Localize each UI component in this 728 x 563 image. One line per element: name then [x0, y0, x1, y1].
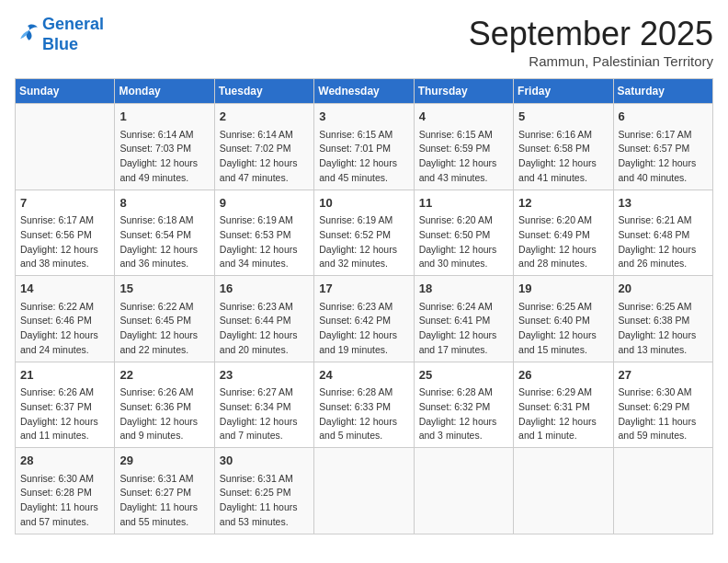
calendar-cell: 27Sunrise: 6:30 AM Sunset: 6:29 PM Dayli…: [613, 362, 712, 448]
day-info: Sunrise: 6:23 AM Sunset: 6:44 PM Dayligh…: [220, 300, 309, 358]
header: General Blue September 2025 Rammun, Pale…: [15, 15, 713, 69]
calendar-cell: 1Sunrise: 6:14 AM Sunset: 7:03 PM Daylig…: [115, 104, 214, 190]
day-info: Sunrise: 6:23 AM Sunset: 6:42 PM Dayligh…: [319, 300, 408, 358]
calendar-row-3: 21Sunrise: 6:26 AM Sunset: 6:37 PM Dayli…: [16, 362, 713, 448]
calendar-cell: 24Sunrise: 6:28 AM Sunset: 6:33 PM Dayli…: [314, 362, 414, 448]
day-info: Sunrise: 6:31 AM Sunset: 6:25 PM Dayligh…: [220, 472, 309, 530]
day-info: Sunrise: 6:20 AM Sunset: 6:49 PM Dayligh…: [518, 213, 608, 271]
day-number: 22: [119, 366, 209, 385]
calendar-cell: 26Sunrise: 6:29 AM Sunset: 6:31 PM Dayli…: [514, 362, 613, 448]
calendar-cell: 29Sunrise: 6:31 AM Sunset: 6:27 PM Dayli…: [115, 448, 214, 534]
calendar-cell: 17Sunrise: 6:23 AM Sunset: 6:42 PM Dayli…: [314, 276, 414, 362]
calendar-cell: 22Sunrise: 6:26 AM Sunset: 6:36 PM Dayli…: [115, 362, 214, 448]
day-number: 15: [119, 280, 209, 298]
day-number: 6: [619, 108, 708, 126]
day-info: Sunrise: 6:18 AM Sunset: 6:54 PM Dayligh…: [119, 213, 209, 271]
day-number: 24: [319, 366, 408, 385]
day-number: 29: [119, 452, 209, 470]
calendar-cell: 28Sunrise: 6:30 AM Sunset: 6:28 PM Dayli…: [16, 448, 115, 534]
day-info: Sunrise: 6:17 AM Sunset: 6:57 PM Dayligh…: [619, 128, 708, 186]
calendar-row-2: 14Sunrise: 6:22 AM Sunset: 6:46 PM Dayli…: [16, 276, 713, 362]
column-header-sunday: Sunday: [16, 79, 115, 104]
day-info: Sunrise: 6:14 AM Sunset: 7:02 PM Dayligh…: [220, 128, 309, 186]
day-number: 10: [319, 194, 408, 213]
day-info: Sunrise: 6:19 AM Sunset: 6:53 PM Dayligh…: [220, 213, 309, 271]
calendar-cell: 25Sunrise: 6:28 AM Sunset: 6:32 PM Dayli…: [414, 362, 513, 448]
calendar-cell: 2Sunrise: 6:14 AM Sunset: 7:02 PM Daylig…: [214, 104, 313, 190]
day-number: 5: [518, 108, 608, 126]
day-info: Sunrise: 6:27 AM Sunset: 6:34 PM Dayligh…: [220, 385, 309, 443]
day-info: Sunrise: 6:28 AM Sunset: 6:32 PM Dayligh…: [419, 385, 508, 443]
day-number: 16: [220, 280, 309, 298]
day-number: 19: [518, 280, 608, 298]
day-number: 9: [220, 194, 309, 213]
day-number: 4: [419, 108, 508, 126]
day-number: 18: [419, 280, 508, 298]
calendar-cell: 14Sunrise: 6:22 AM Sunset: 6:46 PM Dayli…: [16, 276, 115, 362]
day-info: Sunrise: 6:25 AM Sunset: 6:40 PM Dayligh…: [518, 300, 608, 358]
logo: General Blue: [15, 15, 104, 54]
calendar-header-row: SundayMondayTuesdayWednesdayThursdayFrid…: [16, 79, 713, 104]
day-info: Sunrise: 6:29 AM Sunset: 6:31 PM Dayligh…: [518, 385, 608, 443]
calendar-row-1: 7Sunrise: 6:17 AM Sunset: 6:56 PM Daylig…: [16, 190, 713, 276]
calendar-cell: 5Sunrise: 6:16 AM Sunset: 6:58 PM Daylig…: [514, 104, 613, 190]
day-info: Sunrise: 6:16 AM Sunset: 6:58 PM Dayligh…: [518, 128, 608, 186]
calendar-cell: 13Sunrise: 6:21 AM Sunset: 6:48 PM Dayli…: [613, 190, 712, 276]
day-info: Sunrise: 6:31 AM Sunset: 6:27 PM Dayligh…: [119, 472, 209, 530]
calendar-cell: 20Sunrise: 6:25 AM Sunset: 6:38 PM Dayli…: [613, 276, 712, 362]
calendar-row-0: 1Sunrise: 6:14 AM Sunset: 7:03 PM Daylig…: [16, 104, 713, 190]
day-number: 3: [319, 108, 408, 126]
day-number: 20: [619, 280, 708, 298]
calendar-cell: 7Sunrise: 6:17 AM Sunset: 6:56 PM Daylig…: [16, 190, 115, 276]
column-header-friday: Friday: [514, 79, 613, 104]
column-header-saturday: Saturday: [613, 79, 712, 104]
column-header-tuesday: Tuesday: [214, 79, 313, 104]
day-number: 27: [619, 366, 708, 385]
day-number: 12: [518, 194, 608, 213]
day-info: Sunrise: 6:30 AM Sunset: 6:29 PM Dayligh…: [619, 385, 708, 443]
day-info: Sunrise: 6:14 AM Sunset: 7:03 PM Dayligh…: [119, 128, 209, 186]
calendar-cell: 4Sunrise: 6:15 AM Sunset: 6:59 PM Daylig…: [414, 104, 513, 190]
day-info: Sunrise: 6:28 AM Sunset: 6:33 PM Dayligh…: [319, 385, 408, 443]
day-number: 8: [119, 194, 209, 213]
day-info: Sunrise: 6:22 AM Sunset: 6:45 PM Dayligh…: [119, 300, 209, 358]
calendar-cell: 6Sunrise: 6:17 AM Sunset: 6:57 PM Daylig…: [613, 104, 712, 190]
logo-bird-icon: [15, 20, 40, 46]
column-header-thursday: Thursday: [414, 79, 513, 104]
calendar-cell: 15Sunrise: 6:22 AM Sunset: 6:45 PM Dayli…: [115, 276, 214, 362]
calendar-cell: [314, 448, 414, 534]
logo-text-line1: General: [42, 15, 104, 35]
day-info: Sunrise: 6:25 AM Sunset: 6:38 PM Dayligh…: [619, 300, 708, 358]
day-info: Sunrise: 6:17 AM Sunset: 6:56 PM Dayligh…: [20, 213, 109, 271]
calendar-cell: 19Sunrise: 6:25 AM Sunset: 6:40 PM Dayli…: [514, 276, 613, 362]
calendar-cell: 11Sunrise: 6:20 AM Sunset: 6:50 PM Dayli…: [414, 190, 513, 276]
day-info: Sunrise: 6:15 AM Sunset: 6:59 PM Dayligh…: [419, 128, 508, 186]
day-info: Sunrise: 6:24 AM Sunset: 6:41 PM Dayligh…: [419, 300, 508, 358]
day-number: 26: [518, 366, 608, 385]
day-number: 1: [119, 108, 209, 126]
calendar-cell: 10Sunrise: 6:19 AM Sunset: 6:52 PM Dayli…: [314, 190, 414, 276]
day-info: Sunrise: 6:26 AM Sunset: 6:37 PM Dayligh…: [20, 385, 109, 443]
column-header-monday: Monday: [115, 79, 214, 104]
day-number: 17: [319, 280, 408, 298]
day-info: Sunrise: 6:26 AM Sunset: 6:36 PM Dayligh…: [119, 385, 209, 443]
calendar-cell: 30Sunrise: 6:31 AM Sunset: 6:25 PM Dayli…: [214, 448, 313, 534]
day-info: Sunrise: 6:22 AM Sunset: 6:46 PM Dayligh…: [20, 300, 109, 358]
month-title: September 2025: [469, 15, 713, 53]
calendar-row-4: 28Sunrise: 6:30 AM Sunset: 6:28 PM Dayli…: [16, 448, 713, 534]
day-number: 2: [220, 108, 309, 126]
day-number: 30: [220, 452, 309, 470]
calendar-cell: [613, 448, 712, 534]
calendar-cell: 3Sunrise: 6:15 AM Sunset: 7:01 PM Daylig…: [314, 104, 414, 190]
day-number: 21: [20, 366, 109, 385]
calendar-cell: [16, 104, 115, 190]
day-info: Sunrise: 6:19 AM Sunset: 6:52 PM Dayligh…: [319, 213, 408, 271]
day-number: 23: [220, 366, 309, 385]
day-number: 7: [20, 194, 109, 213]
calendar-cell: 12Sunrise: 6:20 AM Sunset: 6:49 PM Dayli…: [514, 190, 613, 276]
location-title: Rammun, Palestinian Territory: [469, 53, 713, 69]
calendar-cell: 21Sunrise: 6:26 AM Sunset: 6:37 PM Dayli…: [16, 362, 115, 448]
day-info: Sunrise: 6:30 AM Sunset: 6:28 PM Dayligh…: [20, 472, 109, 530]
day-number: 11: [419, 194, 508, 213]
day-number: 28: [20, 452, 109, 470]
